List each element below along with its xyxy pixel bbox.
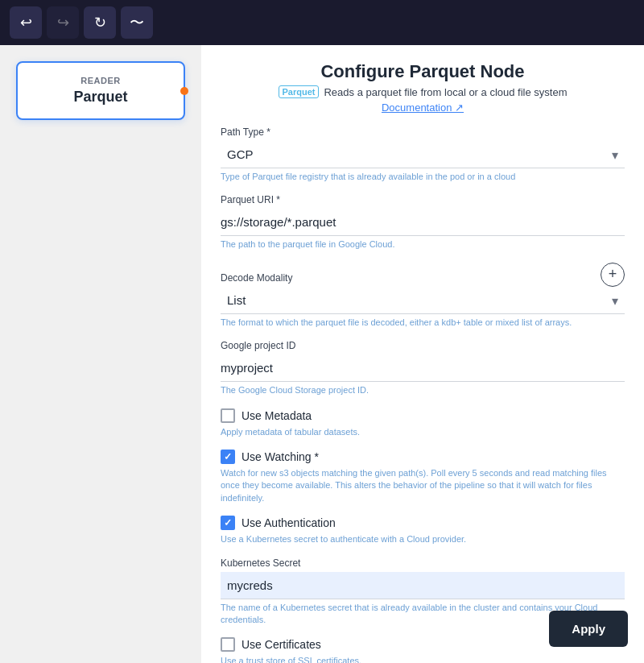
use-authentication-row: Use Authentication xyxy=(221,516,625,530)
use-authentication-section: Use Authentication Use a Kubernetes secr… xyxy=(221,516,625,545)
use-authentication-checkbox[interactable] xyxy=(221,516,235,530)
apply-button-container: Apply xyxy=(549,611,628,647)
apply-button[interactable]: Apply xyxy=(549,611,628,647)
google-project-id-input[interactable] xyxy=(221,354,625,382)
path-type-hint: Type of Parquet file registry that is al… xyxy=(221,171,625,183)
undo-button[interactable]: ↩ xyxy=(10,6,42,39)
decode-modality-hint: The format to which the parquet file is … xyxy=(221,317,625,329)
left-panel: READER Parquet xyxy=(0,45,201,663)
kubernetes-secret-label: Kubernetes Secret xyxy=(221,557,625,569)
google-project-id-hint: The Google Cloud Storage project ID. xyxy=(221,384,625,396)
parquet-uri-hint: The path to the parquet file in Google C… xyxy=(221,238,625,251)
path-type-label: Path Type * xyxy=(221,126,625,138)
google-project-id-label: Google project ID xyxy=(221,340,625,351)
chart-button[interactable]: 〜 xyxy=(121,6,153,39)
parquet-logo: Parquet xyxy=(279,85,320,98)
refresh-button[interactable]: ↻ xyxy=(84,6,116,39)
use-watching-row: Use Watching * xyxy=(221,450,625,464)
use-metadata-checkbox[interactable] xyxy=(221,408,235,423)
use-watching-section: Use Watching * Watch for new s3 objects … xyxy=(221,450,625,504)
parquet-uri-input[interactable] xyxy=(221,209,625,236)
use-watching-hint: Watch for new s3 objects matching the gi… xyxy=(221,467,625,504)
add-button[interactable]: + xyxy=(601,263,625,287)
decode-modality-select[interactable]: List Table xyxy=(221,287,625,314)
decode-modality-label: Decode Modality xyxy=(221,272,625,284)
decode-modality-wrapper: List Table ▾ xyxy=(221,287,625,314)
path-type-select[interactable]: GCP Local S3 Azure xyxy=(221,141,625,168)
parquet-badge-row: Parquet Reads a parquet file from local … xyxy=(221,85,625,98)
use-authentication-label: Use Authentication xyxy=(242,516,336,529)
decode-modality-section: Decode Modality List Table ▾ The format … xyxy=(221,272,625,329)
use-watching-checkbox[interactable] xyxy=(221,450,235,464)
parquet-uri-label: Parquet URI * xyxy=(221,194,625,205)
kubernetes-secret-input[interactable] xyxy=(221,572,625,599)
parquet-uri-section: Parquet URI * The path to the parquet fi… xyxy=(221,194,625,251)
right-panel: Configure Parquet Node Parquet Reads a p… xyxy=(201,45,644,663)
path-type-section: Path Type * GCP Local S3 Azure ▾ Type of… xyxy=(221,126,625,183)
use-metadata-row: Use Metadata xyxy=(221,408,625,423)
panel-title: Configure Parquet Node xyxy=(221,61,625,82)
main-area: READER Parquet Configure Parquet Node Pa… xyxy=(0,45,644,663)
path-type-wrapper: GCP Local S3 Azure ▾ xyxy=(221,141,625,168)
documentation-link[interactable]: Documentation ↗ xyxy=(221,102,625,114)
use-metadata-label: Use Metadata xyxy=(242,409,312,422)
panel-description: Reads a parquet file from local or a clo… xyxy=(324,86,567,98)
use-watching-label: Use Watching * xyxy=(242,450,319,463)
use-certificates-label: Use Certificates xyxy=(242,638,321,651)
toolbar: ↩ ↪ ↻ 〜 xyxy=(0,0,644,45)
node-name-label: Parquet xyxy=(31,89,171,106)
node-type-label: READER xyxy=(31,76,171,85)
redo-button[interactable]: ↪ xyxy=(47,6,79,39)
use-metadata-hint: Apply metadata of tabular datasets. xyxy=(221,426,625,438)
use-authentication-hint: Use a Kubernetes secret to authenticate … xyxy=(221,533,625,545)
google-project-id-section: Google project ID The Google Cloud Stora… xyxy=(221,340,625,396)
node-card: READER Parquet xyxy=(16,61,185,120)
use-certificates-checkbox[interactable] xyxy=(221,637,235,652)
use-certificates-hint: Use a trust store of SSL certificates. xyxy=(221,655,625,663)
use-metadata-section: Use Metadata Apply metadata of tabular d… xyxy=(221,408,625,438)
